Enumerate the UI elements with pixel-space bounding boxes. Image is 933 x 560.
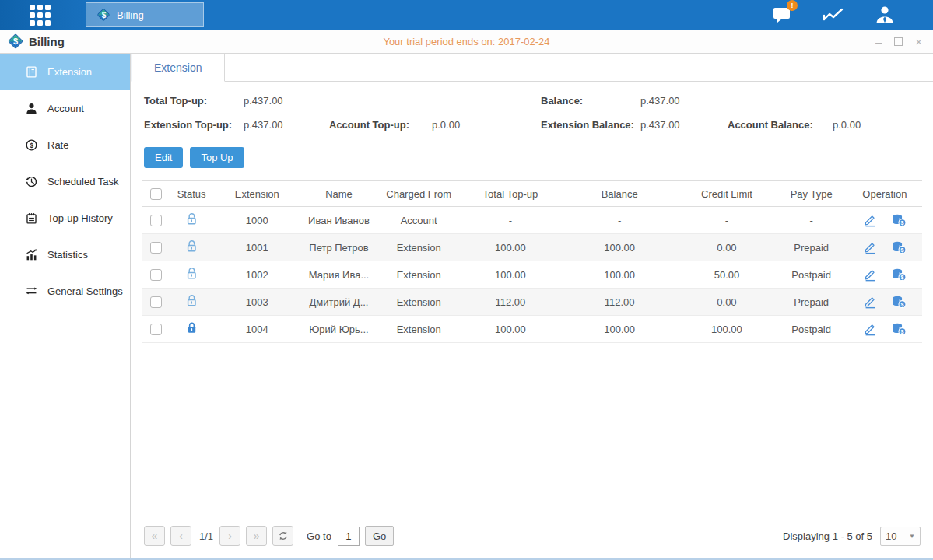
- edit-button[interactable]: Edit: [144, 147, 183, 168]
- total-topup-value: p.437.00: [244, 95, 329, 107]
- cell-extension: 1003: [214, 289, 300, 316]
- cell-total-topup: 112.00: [460, 289, 561, 316]
- cell-credit-limit: -: [678, 207, 775, 234]
- svg-text:$: $: [900, 247, 903, 254]
- notification-badge: !: [787, 0, 798, 11]
- svg-text:$: $: [30, 142, 33, 149]
- row-checkbox[interactable]: [150, 269, 162, 281]
- taskbar-tab-label: Billing: [117, 9, 144, 21]
- sidebar-item-general-settings[interactable]: General Settings: [0, 273, 130, 310]
- edit-row-icon[interactable]: [863, 322, 877, 336]
- edit-row-icon[interactable]: [863, 240, 877, 254]
- chat-icon[interactable]: !: [770, 4, 794, 26]
- refresh-button[interactable]: [272, 526, 293, 546]
- minimize-icon[interactable]: –: [875, 36, 882, 47]
- row-checkbox[interactable]: [150, 324, 162, 335]
- svg-text:$: $: [900, 301, 903, 308]
- cell-charged-from: Extension: [378, 261, 460, 289]
- account-topup-value: p.0.00: [432, 119, 541, 131]
- cell-balance: 100.00: [561, 316, 678, 343]
- row-checkbox[interactable]: [150, 215, 162, 226]
- sidebar-item-statistics[interactable]: Statistics: [0, 236, 130, 273]
- sidebar-item-account[interactable]: Account: [0, 90, 130, 127]
- cell-pay-type: Prepaid: [776, 234, 847, 261]
- cell-total-topup: 100.00: [460, 261, 561, 289]
- main-content: Extension Total Top-up: p.437.00 Balance…: [131, 54, 933, 558]
- user-account-icon[interactable]: [872, 4, 897, 26]
- clock-icon: [24, 175, 38, 189]
- extension-balance-label: Extension Balance:: [541, 119, 640, 131]
- col-charged-from: Charged From: [378, 181, 460, 207]
- notebook-icon: [24, 212, 38, 226]
- coin-icon: $: [24, 138, 38, 152]
- tab-strip: Extension: [131, 54, 933, 82]
- goto-page-input[interactable]: [338, 527, 360, 546]
- sidebar-item-scheduled-task[interactable]: Scheduled Task: [0, 163, 130, 200]
- taskbar: $ Billing !: [0, 0, 933, 30]
- sidebar-item-extension[interactable]: Extension: [0, 54, 130, 90]
- cell-balance: 100.00: [561, 234, 678, 261]
- cell-name: Мария Ива...: [300, 261, 377, 289]
- taskbar-tab-billing[interactable]: $ Billing: [86, 2, 204, 27]
- window-titlebar: $ Billing Your trial period ends on: 201…: [0, 30, 933, 54]
- edit-row-icon[interactable]: [863, 295, 877, 309]
- pagination-bar: « ‹ 1/1 › » Go to Go Displaying: [131, 524, 933, 558]
- line-chart-icon: [822, 5, 845, 24]
- cell-charged-from: Extension: [378, 234, 460, 261]
- cell-extension: 1004: [214, 316, 300, 343]
- topup-row-icon[interactable]: $: [891, 213, 907, 227]
- status-unlocked-icon: [185, 267, 198, 280]
- svg-text:$: $: [900, 219, 903, 226]
- billing-diamond-icon: $: [8, 33, 23, 49]
- select-all-checkbox[interactable]: [150, 188, 162, 200]
- tab-extension[interactable]: Extension: [131, 54, 225, 82]
- reports-chart-icon[interactable]: [821, 4, 846, 26]
- extension-table-wrap: Status Extension Name Charged From Total…: [131, 168, 933, 343]
- first-page-button[interactable]: «: [144, 526, 165, 546]
- topup-row-icon[interactable]: $: [891, 268, 907, 282]
- top-up-button[interactable]: Top Up: [190, 147, 244, 168]
- refresh-icon: [278, 530, 289, 541]
- cell-total-topup: 100.00: [460, 234, 561, 261]
- cell-extension: 1002: [214, 261, 300, 289]
- balance-value: p.437.00: [640, 95, 728, 107]
- maximize-icon[interactable]: [894, 37, 903, 46]
- cell-credit-limit: 100.00: [678, 316, 775, 343]
- edit-row-icon[interactable]: [863, 213, 877, 227]
- next-page-button[interactable]: ›: [219, 526, 240, 546]
- page-size-value: 10: [886, 530, 896, 542]
- last-page-button[interactable]: »: [246, 526, 267, 546]
- row-checkbox[interactable]: [150, 296, 162, 308]
- ledger-icon: [24, 65, 38, 79]
- topup-row-icon[interactable]: $: [891, 322, 907, 336]
- extension-topup-label: Extension Top-up:: [144, 119, 244, 131]
- topup-row-icon[interactable]: $: [891, 295, 907, 309]
- cell-credit-limit: 0.00: [678, 234, 775, 261]
- cell-pay-type: Postpaid: [776, 316, 847, 343]
- sidebar-item-topup-history[interactable]: Top-up History: [0, 200, 130, 236]
- col-balance: Balance: [561, 181, 678, 207]
- window-title: $ Billing: [8, 33, 65, 49]
- go-button[interactable]: Go: [365, 526, 394, 546]
- row-checkbox[interactable]: [150, 242, 162, 254]
- topup-row-icon[interactable]: $: [891, 240, 907, 254]
- prev-page-button[interactable]: ‹: [170, 526, 191, 546]
- page-size-select[interactable]: 10 ▼: [880, 527, 921, 546]
- trial-notice: Your trial period ends on: 2017-02-24: [0, 36, 933, 47]
- cell-total-topup: 100.00: [460, 316, 561, 343]
- cell-charged-from: Account: [378, 207, 460, 234]
- col-extension: Extension: [214, 181, 300, 207]
- sidebar-item-rate[interactable]: $ Rate: [0, 127, 130, 163]
- table-row: 1001 Петр Петров Extension 100.00 100.00…: [142, 234, 922, 261]
- app-grid-icon[interactable]: [26, 2, 53, 28]
- status-unlocked-icon: [185, 240, 198, 253]
- edit-row-icon[interactable]: [863, 268, 877, 282]
- col-operation: Operation: [847, 181, 922, 207]
- cell-extension: 1000: [214, 207, 300, 234]
- sidebar-item-label: Scheduled Task: [47, 176, 119, 187]
- cell-name: Юрий Юрь...: [300, 316, 377, 343]
- table-row: 1002 Мария Ива... Extension 100.00 100.0…: [142, 261, 922, 289]
- close-icon[interactable]: ×: [915, 36, 922, 47]
- sliders-icon: [24, 285, 38, 299]
- cell-charged-from: Extension: [378, 316, 460, 343]
